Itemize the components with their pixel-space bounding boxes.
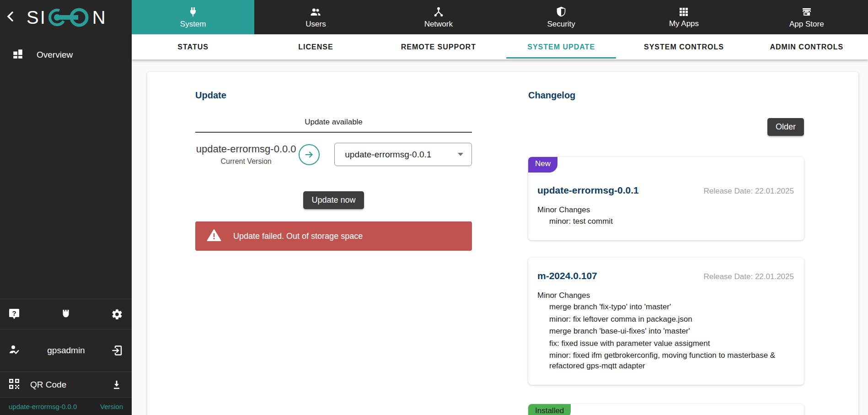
sidebar-version-bar: update-errormsg-0.0.0 Version — [0, 397, 132, 415]
qr-code-label: QR Code — [30, 380, 111, 390]
sidebar-item-label: Overview — [37, 50, 73, 60]
chevron-down-icon — [458, 153, 463, 156]
changes-section-label: Minor Changes — [537, 205, 794, 215]
changelog-version: m-2024.0.107 — [537, 270, 597, 281]
system-update-panel: Update Update available update-errormsg-… — [147, 72, 858, 415]
change-line: merge branch 'base-ui-fixes' into 'maste… — [549, 326, 794, 336]
plug-connector-icon[interactable] — [61, 308, 71, 320]
release-date: Release Date: 22.01.2025 — [703, 187, 794, 196]
current-version-block: update-errormsg-0.0.0 Current Version — [195, 143, 297, 166]
tab-security[interactable]: Security — [500, 0, 622, 34]
sidebar-icons-row: ? — [0, 299, 132, 329]
update-divider — [195, 132, 472, 133]
change-line: minor: fixed ifm getbrokerconfig, moving… — [549, 350, 794, 371]
sicon-logo: SI N — [27, 5, 107, 29]
version-row: update-errormsg-0.0.0 Current Version up… — [195, 143, 472, 166]
gear-icon[interactable] — [111, 308, 123, 320]
store-icon — [801, 6, 812, 17]
changelog-card: Installed — [528, 404, 804, 415]
changelog-card: m-2024.0.107 Release Date: 22.01.2025 Mi… — [528, 258, 804, 385]
users-icon — [310, 6, 321, 17]
tab-label: System — [180, 20, 206, 29]
sidebar-account-row: gpsadmin — [0, 329, 132, 372]
arrow-right-circle-icon — [299, 144, 320, 165]
current-version-label: Current Version — [195, 157, 297, 166]
svg-text:?: ? — [12, 309, 16, 317]
release-date: Release Date: 22.01.2025 — [703, 272, 794, 281]
warning-triangle-icon — [207, 229, 221, 243]
update-title: Update — [195, 90, 472, 101]
installed-badge: Installed — [528, 404, 571, 415]
changelog-section: Changelog Older New update-errormsg-0.0.… — [528, 90, 804, 415]
main-content: Update Update available update-errormsg-… — [132, 59, 868, 415]
tab-my-apps[interactable]: My Apps — [622, 0, 745, 34]
logo-co-glyph — [48, 5, 91, 29]
changes-list: minor: test commit — [537, 216, 794, 226]
sidebar-item-overview[interactable]: Overview — [0, 34, 132, 70]
subnav-license[interactable]: LICENSE — [254, 34, 377, 59]
version-value: update-errormsg-0.0.0 — [9, 403, 77, 410]
subnav-admin-controls[interactable]: ADMIN CONTROLS — [745, 34, 868, 59]
sidebar-qr-row[interactable]: QR Code — [0, 372, 132, 397]
back-chevron-button[interactable] — [0, 0, 21, 34]
tab-users[interactable]: Users — [254, 0, 377, 34]
changelog-version: update-errormsg-0.0.1 — [537, 185, 639, 196]
plug-icon — [188, 6, 198, 17]
error-message-text: Update failed. Out of storage space — [233, 232, 363, 241]
top-tabs: System Users Network Security — [132, 0, 868, 34]
change-line: minor: fix leftover comma in package.jso… — [549, 314, 794, 324]
subnav-remote-support[interactable]: REMOTE SUPPORT — [377, 34, 500, 59]
version-label: Version — [100, 403, 123, 410]
brand-area: SI N — [0, 0, 132, 34]
apps-grid-icon — [679, 7, 689, 17]
older-button[interactable]: Older — [767, 118, 804, 136]
sidebar: Overview ? gpsadmin QR Code — [0, 34, 132, 415]
changelog-title: Changelog — [528, 90, 804, 101]
update-section: Update Update available update-errormsg-… — [195, 90, 472, 415]
tab-app-store[interactable]: App Store — [745, 0, 868, 34]
tab-label: My Apps — [669, 19, 699, 28]
sidebar-spacer — [0, 70, 132, 299]
new-badge: New — [528, 157, 557, 172]
top-navigation-bar: SI N System Users Ne — [0, 0, 868, 34]
subnav-system-controls[interactable]: SYSTEM CONTROLS — [622, 34, 745, 59]
logout-icon[interactable] — [111, 345, 123, 356]
qr-code-icon — [8, 378, 20, 392]
target-version-select[interactable]: update-errormsg-0.0.1 — [334, 143, 472, 166]
target-version-value: update-errormsg-0.0.1 — [345, 150, 458, 160]
update-error-alert: Update failed. Out of storage space — [195, 221, 472, 251]
changelog-card: New update-errormsg-0.0.1 Release Date: … — [528, 157, 804, 240]
change-line: fix: fixed issue with parameter value as… — [549, 339, 794, 349]
subnav-status[interactable]: STATUS — [132, 34, 254, 59]
tab-network[interactable]: Network — [377, 0, 500, 34]
current-version-value: update-errormsg-0.0.0 — [195, 143, 297, 155]
tab-label: Users — [305, 20, 326, 29]
subnav-system-update[interactable]: SYSTEM UPDATE — [500, 34, 622, 59]
tab-label: App Store — [789, 20, 824, 29]
system-subnav: STATUS LICENSE REMOTE SUPPORT SYSTEM UPD… — [132, 34, 868, 59]
change-line: merge branch 'fix-typo' into 'master' — [549, 302, 794, 312]
tab-label: Network — [424, 20, 453, 29]
username-label: gpsadmin — [21, 345, 111, 356]
chevron-left-icon — [5, 11, 16, 24]
tab-system[interactable]: System — [132, 0, 254, 34]
network-icon — [433, 6, 444, 17]
dashboard-icon — [12, 48, 24, 62]
update-now-button[interactable]: Update now — [303, 191, 364, 209]
update-available-text: Update available — [195, 118, 472, 127]
tab-label: Security — [547, 20, 575, 29]
changes-section-label: Minor Changes — [537, 291, 794, 300]
shield-icon — [556, 6, 567, 17]
logo-text-right: N — [92, 8, 107, 27]
user-check-icon — [8, 344, 21, 357]
change-line: minor: test commit — [549, 216, 794, 226]
download-icon[interactable] — [111, 379, 122, 390]
help-icon[interactable]: ? — [8, 308, 20, 321]
logo-text-left: SI — [27, 8, 47, 27]
changes-list: merge branch 'fix-typo' into 'master' mi… — [537, 302, 794, 371]
